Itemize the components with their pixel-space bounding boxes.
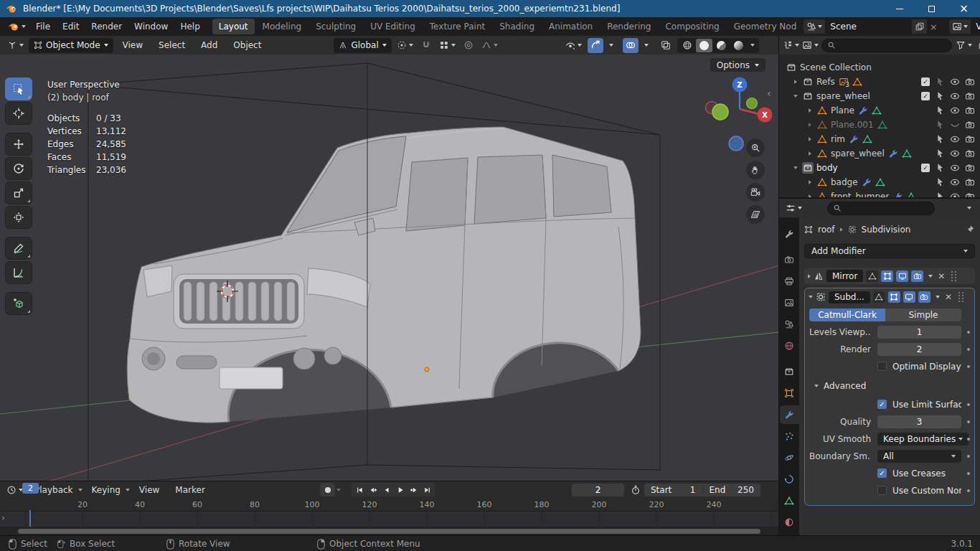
outliner-display-mode-button[interactable]	[802, 38, 818, 53]
hide-eye-icon[interactable]	[950, 91, 960, 101]
outliner-row-plane-001[interactable]: Plane.001	[779, 118, 980, 132]
tab-view-layer[interactable]	[780, 293, 799, 312]
animate-dot[interactable]	[967, 420, 970, 423]
outliner-row-scene-collection[interactable]: Scene Collection	[779, 60, 980, 75]
scene-unlink-button[interactable]: ×	[927, 22, 940, 32]
selectable-icon[interactable]	[935, 192, 945, 199]
tab-object-data[interactable]	[780, 491, 799, 510]
drag-handle-icon[interactable]	[951, 271, 957, 281]
auto-keying-button[interactable]	[320, 483, 335, 496]
breadcrumb-object[interactable]: roof	[818, 225, 835, 235]
tab-particles[interactable]	[780, 427, 799, 446]
timeline-scrollbar[interactable]	[18, 529, 760, 534]
selectable-icon[interactable]	[935, 105, 945, 116]
pan-button[interactable]	[746, 161, 765, 179]
outliner-editor-type-button[interactable]	[783, 38, 798, 53]
boundary-smooth-dropdown[interactable]: All	[877, 450, 961, 463]
animate-dot[interactable]	[967, 403, 970, 406]
prev-frame-button[interactable]	[380, 483, 393, 496]
catmull-clark-button[interactable]: Catmull-Clark	[809, 309, 885, 321]
toggle-on-cage[interactable]	[873, 291, 885, 303]
animate-dot[interactable]	[967, 365, 970, 368]
tab-texture-paint[interactable]: Texture Paint	[423, 19, 491, 34]
selectable-icon[interactable]	[935, 163, 945, 173]
menu-edit[interactable]: Edit	[57, 19, 85, 34]
editor-type-button[interactable]	[5, 38, 26, 53]
render-levels-field[interactable]: 2	[877, 343, 961, 356]
tool-select-box[interactable]	[5, 77, 32, 100]
use-creases-checkbox[interactable]: ✓	[877, 468, 887, 478]
use-custom-normals-checkbox[interactable]	[877, 486, 887, 495]
outliner-row-body-collection[interactable]: body ✓	[779, 161, 980, 175]
drag-handle-icon[interactable]	[958, 292, 964, 302]
animate-dot[interactable]	[967, 472, 970, 475]
tool-rotate[interactable]	[5, 157, 32, 180]
sidebar-collapse-handle[interactable]: ‹	[767, 88, 771, 99]
camera-view-button[interactable]	[746, 183, 765, 202]
use-preview-range-button[interactable]	[628, 484, 642, 496]
outliner-search-input[interactable]	[839, 40, 946, 50]
playhead-marker[interactable]: 2	[22, 483, 39, 494]
outliner-row-spare-wheel-object[interactable]: spare_wheel	[779, 146, 980, 161]
menu-marker[interactable]: Marker	[169, 484, 211, 496]
collection-checkbox[interactable]: ✓	[921, 77, 930, 86]
mode-dropdown[interactable]: Object Mode	[29, 38, 113, 53]
tab-compositing[interactable]: Compositing	[659, 19, 725, 34]
menu-view[interactable]: View	[133, 484, 166, 496]
tab-tool[interactable]	[780, 225, 799, 243]
toggle-edit-mode[interactable]	[888, 291, 900, 303]
expand-icon[interactable]	[808, 274, 811, 278]
tool-annotate[interactable]	[5, 237, 32, 260]
menu-select[interactable]: Select	[152, 39, 192, 52]
pivot-point-button[interactable]	[395, 38, 415, 53]
next-keyframe-button[interactable]	[407, 483, 420, 496]
tool-cursor[interactable]	[5, 102, 32, 125]
prev-keyframe-button[interactable]	[366, 483, 380, 496]
animate-dot[interactable]	[967, 438, 970, 441]
jump-to-end-button[interactable]	[420, 483, 434, 496]
tool-transform[interactable]	[5, 206, 32, 229]
hide-eye-icon[interactable]	[950, 149, 960, 159]
tab-material[interactable]	[780, 513, 799, 532]
outliner-row-spare-wheel-collection[interactable]: spare_wheel ✓	[779, 89, 980, 103]
perspective-toggle-button[interactable]	[746, 205, 765, 224]
properties-editor-type-button[interactable]	[783, 201, 804, 216]
current-frame-field[interactable]: 2	[572, 484, 624, 496]
hide-eye-icon[interactable]	[950, 105, 960, 116]
outliner-row-refs[interactable]: Refs 3 ✓	[779, 75, 980, 89]
use-limit-surface-checkbox[interactable]: ✓	[877, 400, 887, 409]
properties-options-chevron[interactable]	[967, 207, 971, 209]
scene-browse-button[interactable]	[804, 19, 825, 34]
playhead-line[interactable]	[29, 510, 31, 527]
tab-geometry-nodes[interactable]: Geometry Nod	[727, 19, 804, 34]
disclosure-icon[interactable]	[792, 80, 799, 84]
quality-field[interactable]: 3	[877, 415, 961, 428]
animate-dot[interactable]	[967, 489, 970, 492]
tab-object[interactable]	[780, 384, 799, 402]
shading-solid-button[interactable]	[696, 39, 712, 52]
animate-dot[interactable]	[967, 455, 970, 458]
show-gizmo-toggle[interactable]	[588, 38, 603, 53]
menu-keying[interactable]: Keying	[85, 484, 127, 496]
properties-search-input[interactable]	[844, 203, 929, 213]
outliner-row-rim[interactable]: rim	[779, 132, 980, 146]
levels-viewport-field[interactable]: 1	[877, 326, 961, 339]
timeline-scroll-track[interactable]	[0, 527, 778, 535]
timeline-ruler[interactable]: 20 40 60 80 100 120 140 160 180 200 220 …	[0, 499, 778, 512]
tool-move[interactable]	[5, 133, 32, 156]
shading-options-button[interactable]	[748, 39, 758, 52]
outliner-filter-button[interactable]	[956, 38, 971, 53]
outliner-row-badge[interactable]: badge	[779, 175, 980, 189]
tab-render[interactable]	[780, 250, 799, 269]
options-button[interactable]: Options	[710, 58, 765, 72]
show-overlays-toggle[interactable]	[623, 38, 639, 53]
advanced-section-toggle[interactable]: Advanced	[805, 376, 974, 395]
render-visibility-icon[interactable]	[965, 134, 975, 144]
render-visibility-icon[interactable]	[965, 163, 975, 173]
properties-search[interactable]	[827, 202, 935, 215]
shading-rendered-button[interactable]	[730, 39, 747, 52]
viewlayer-selector[interactable]: ViewLayer ×	[949, 19, 980, 34]
selectable-icon[interactable]	[935, 120, 945, 130]
hidden-eye-closed-icon[interactable]	[950, 120, 960, 130]
close-button[interactable]: ×	[948, 0, 980, 17]
